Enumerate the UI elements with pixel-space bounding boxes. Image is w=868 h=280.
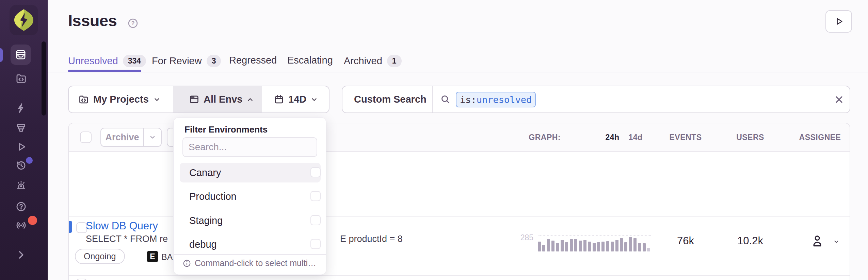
env-option-staging[interactable]: Staging: [180, 211, 321, 230]
environment-dropdown: Filter Environments Search... Canary Pro…: [173, 117, 326, 275]
column-users: USERS: [716, 133, 784, 142]
project-filter-button[interactable]: My Projects: [78, 86, 161, 112]
calendar-icon: [274, 94, 284, 105]
env-option-canary[interactable]: Canary: [180, 163, 321, 182]
status-badge: Ongoing: [75, 249, 125, 264]
status-label: Ongoing: [84, 251, 116, 261]
search-token-is-unresolved[interactable]: is:unresolved: [456, 92, 536, 107]
env-checkbox-canary[interactable]: [310, 167, 321, 177]
search-placeholder: Search...: [189, 142, 227, 153]
option-label: Staging: [189, 215, 223, 226]
graph-range-14d[interactable]: 14d: [625, 133, 646, 142]
search-bar: Custom Search is:unresolved: [342, 86, 850, 113]
projects-folder-icon: [78, 94, 89, 105]
svg-text:?: ?: [131, 20, 134, 26]
tab-escalating[interactable]: Escalating: [287, 55, 333, 66]
env-option-debug[interactable]: debug: [180, 234, 321, 254]
info-icon: [182, 259, 191, 268]
archive-button[interactable]: Archive: [100, 128, 162, 147]
tab-label: Archived: [344, 55, 382, 67]
env-checkbox-staging[interactable]: [310, 215, 321, 225]
row-checkbox[interactable]: [76, 279, 87, 280]
date-range-filter-button[interactable]: 14D: [274, 86, 318, 112]
assignee-icon[interactable]: [810, 234, 824, 248]
chevron-up-icon: [246, 96, 254, 103]
issue-subtitle-right: E productId = 8: [340, 234, 403, 244]
dropdown-title: Filter Environments: [184, 124, 268, 135]
tab-regressed[interactable]: Regressed: [229, 55, 277, 66]
event-sparkline: [538, 237, 651, 251]
replay-play-button[interactable]: [825, 10, 852, 33]
nav-projects-icon[interactable]: [15, 73, 27, 84]
nav-help-icon[interactable]: [15, 201, 27, 212]
graph-range-24h[interactable]: 24h: [601, 133, 623, 142]
option-label: debug: [189, 239, 217, 250]
clear-search-icon[interactable]: [834, 94, 844, 105]
tab-label: Regressed: [229, 55, 277, 66]
sidebar-collapse-icon[interactable]: [15, 249, 27, 261]
tabs-bottom-border: [48, 72, 868, 72]
chevron-down-icon: [310, 96, 318, 103]
nav-performance-icon[interactable]: [15, 102, 27, 114]
column-events: EVENTS: [652, 133, 720, 142]
tab-label: Escalating: [287, 55, 333, 66]
project-filter-label: My Projects: [93, 94, 149, 105]
archive-dropdown-chevron[interactable]: [143, 128, 161, 146]
page-filter-bar: My Projects All Envs: [68, 86, 329, 113]
sidebar: [0, 0, 48, 280]
sidebar-scrollbar[interactable]: [42, 41, 46, 116]
archive-label: Archive: [101, 132, 143, 143]
active-nav-indicator: [0, 48, 3, 62]
app-logo[interactable]: [10, 5, 38, 35]
tab-for-review[interactable]: For Review 3: [152, 55, 221, 67]
environment-window-icon: [189, 94, 199, 105]
env-option-production[interactable]: Production: [180, 187, 321, 206]
column-assignee: ASSIGNEE: [786, 133, 850, 142]
dropdown-footer-divider: [174, 254, 326, 255]
tab-archived[interactable]: Archived 1: [344, 55, 402, 67]
column-graph: GRAPH:: [493, 133, 561, 142]
row-divider: [69, 275, 850, 276]
title-help-icon[interactable]: ?: [127, 18, 139, 29]
whats-new-notification-dot: [28, 216, 37, 225]
env-checkbox-debug[interactable]: [310, 239, 321, 249]
tab-label: For Review: [152, 55, 202, 67]
logo-icon: [14, 9, 34, 31]
sidebar-divider: [0, 191, 48, 191]
graph-max-dotted-line: [538, 235, 651, 236]
tab-count-badge: 1: [387, 55, 402, 67]
issue-title[interactable]: Slow DB Query: [86, 220, 158, 232]
environment-search-input[interactable]: Search...: [182, 137, 317, 157]
token-key: is:: [460, 94, 477, 105]
option-label: Canary: [189, 167, 221, 178]
env-checkbox-production[interactable]: [310, 191, 321, 201]
events-count: 76k: [652, 235, 720, 247]
environment-filter-button[interactable]: All Envs: [189, 86, 254, 112]
custom-search-button[interactable]: Custom Search: [354, 86, 427, 112]
event-graph: [538, 235, 651, 251]
option-label: Production: [189, 191, 237, 202]
nav-issues-icon[interactable]: [15, 49, 27, 60]
nav-history-icon[interactable]: [15, 160, 27, 171]
issue-subtitle-left: SELECT * FROM re: [86, 234, 168, 244]
history-notification-dot: [26, 157, 33, 164]
users-count: 10.2k: [716, 235, 784, 247]
issues-page: Issues ? Unresolved 334 For Review 3 Reg…: [0, 0, 868, 280]
assignee-chevron-down-icon[interactable]: [833, 238, 840, 245]
select-all-checkbox[interactable]: [80, 132, 92, 143]
nav-replays-icon[interactable]: [15, 141, 27, 153]
custom-search-label: Custom Search: [354, 94, 427, 105]
token-value: unresolved: [477, 94, 532, 105]
footer-hint-text: Command-click to select multi…: [195, 258, 316, 268]
tab-unresolved[interactable]: Unresolved 334: [68, 55, 146, 67]
environment-filter-label: All Envs: [204, 94, 242, 105]
platform-express-icon: E: [147, 251, 158, 262]
tab-count-badge: 3: [207, 55, 221, 67]
nav-releases-icon[interactable]: [15, 122, 27, 134]
graph-max-label: 285: [513, 233, 533, 242]
nav-whats-new-icon[interactable]: [15, 220, 27, 231]
date-range-label: 14D: [288, 94, 306, 105]
dropdown-footer-hint: Command-click to select multi…: [182, 258, 316, 268]
chevron-down-icon: [153, 96, 161, 103]
nav-alerts-icon[interactable]: [15, 179, 27, 191]
